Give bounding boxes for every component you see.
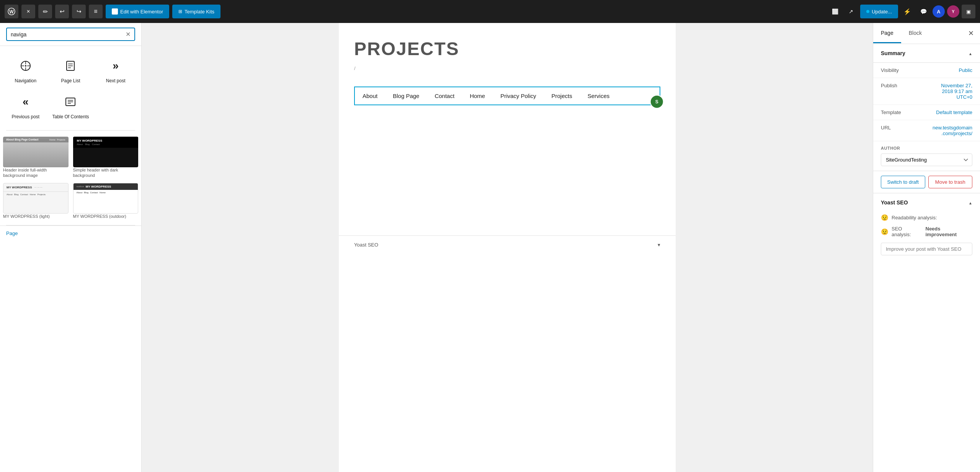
toc-icon [61,93,80,111]
publish-value[interactable]: November 27, 2018 9:17 am UTC+0 [941,83,972,100]
seo-analysis-row: 😟 SEO analysis: Needs improvement [873,224,980,240]
visibility-row: Visibility Public [873,63,980,78]
template-item-dark[interactable]: MY WORDPRESS About Blog Contact Simple h… [73,137,139,178]
visibility-value[interactable]: Public [959,67,972,73]
block-item-page-list[interactable]: Page List [48,52,93,88]
template-item-outdoor[interactable]: outdoor MY WORDPRESS AboutBlogContactHom… [73,183,139,219]
yoast-bottom-section[interactable]: Yoast SEO ▾ [339,235,676,254]
chat-icon[interactable]: 💬 [916,5,930,18]
right-sidebar-header: Page Block ✕ [873,23,980,44]
yoast-collapse-icon[interactable] [969,199,972,206]
yoast-avatar[interactable]: Y [947,5,959,18]
readability-label: Readability analysis: [892,215,937,220]
seo-status-value: Needs improvement [926,226,973,237]
external-link-icon[interactable]: ↗ [844,5,858,18]
close-sidebar-button[interactable]: ✕ [962,23,980,44]
nav-blog[interactable]: Blog Page [393,93,419,99]
tab-page[interactable]: Page [873,24,901,43]
search-input[interactable] [11,31,126,38]
block-item-previous-post[interactable]: « Previous post [3,88,48,124]
template-section: About Blog Page Contact HomeProjects Hea… [0,131,141,225]
top-toolbar: W ✕ ✏ ↩ ↪ ≡ Edit with Elementor ⊞ Templa… [0,0,980,23]
summary-collapse-icon[interactable] [969,50,972,56]
yoast-improve-input[interactable] [881,243,972,255]
page-title: PROJECTS [354,38,660,59]
bottom-nav-page[interactable]: Page [0,225,141,241]
nav-about[interactable]: About [363,93,377,99]
author-select[interactable]: SiteGroundTesting [881,154,972,166]
summary-title: Summary [881,50,905,56]
block-item-navigation[interactable]: Navigation [3,52,48,88]
template-item-light[interactable]: MY WORDPRESS — — — AboutBlogContactHomeP… [3,183,69,219]
nav-privacy[interactable]: Privacy Policy [500,93,536,99]
readability-status-icon: 😟 [881,214,889,221]
navigation-icon [16,57,35,75]
page-list-icon [61,57,80,75]
switch-to-draft-button[interactable]: Switch to draft [881,176,925,188]
search-input-wrap: ✕ [6,28,135,41]
details-button[interactable]: ≡ [89,5,103,18]
close-button[interactable]: ✕ [21,5,35,18]
template-preview-dark: MY WORDPRESS About Blog Contact [73,137,139,167]
nav-projects[interactable]: Projects [552,93,572,99]
yoast-seo-section: Yoast SEO 😟 Readability analysis: 😟 SEO … [873,193,980,258]
next-post-icon: » [106,57,125,75]
undo-button[interactable]: ↩ [55,5,69,18]
navigation-label: Navigation [15,78,36,83]
bolt-icon[interactable]: ⚡ [900,5,914,18]
wordpress-logo[interactable]: W [5,5,18,18]
template-item-fullwidth[interactable]: About Blog Page Contact HomeProjects Hea… [3,137,69,178]
block-grid: Navigation Page List » Next post [0,46,141,130]
publish-row: Publish November 27, 2018 9:17 am UTC+0 [873,78,980,105]
url-label: URL [881,125,891,131]
author-wrap: AUTHOR SiteGroundTesting [873,141,980,171]
search-clear-icon[interactable]: ✕ [126,31,131,38]
update-button[interactable]: Update... [860,5,898,18]
template-value[interactable]: Default template [936,109,972,115]
block-item-next-post[interactable]: » Next post [93,52,138,88]
tab-block[interactable]: Block [901,24,929,43]
edit-with-elementor-button[interactable]: Edit with Elementor [106,5,169,18]
search-bar: ✕ [0,23,141,46]
template-label-fullwidth: Header inside full-width background imag… [3,167,69,178]
main-area: ✕ Navigation [0,23,980,472]
url-row: URL new.testsgdomain.com/projects/ [873,120,980,141]
template-label-light: MY WORDPRESS (light) [3,214,69,219]
view-mode-icon[interactable]: ⬜ [828,5,842,18]
yoast-seo-title: Yoast SEO [881,199,908,206]
url-value[interactable]: new.testsgdomain.com/projects/ [933,125,972,136]
nav-services[interactable]: Services [588,93,610,99]
edit-pencil-button[interactable]: ✏ [38,5,52,18]
next-post-label: Next post [106,78,126,83]
publish-label: Publish [881,83,897,88]
move-to-trash-button[interactable]: Move to trash [928,176,973,188]
template-preview-light: MY WORDPRESS — — — AboutBlogContactHomeP… [3,183,69,214]
user-avatar-a[interactable]: A [933,5,945,18]
nav-contact[interactable]: Contact [434,93,454,99]
nav-editor-avatar: S [650,95,664,109]
yoast-label: Yoast SEO [354,242,378,248]
breadcrumb: / [354,65,660,71]
seo-status-icon: 😟 [881,228,889,235]
summary-section: Summary Visibility Public Publish Novemb… [873,44,980,141]
toolbar-right: ⬜ ↗ Update... ⚡ 💬 A Y ▣ [828,5,975,18]
template-row: Template Default template [873,105,980,120]
previous-post-icon: « [16,93,35,111]
navigation-block[interactable]: About Blog Page Contact Home Privacy Pol… [354,87,660,105]
nav-home[interactable]: Home [470,93,485,99]
page-canvas: PROJECTS / About Blog Page Contact Home … [339,23,676,472]
projects-section: PROJECTS / [339,23,676,87]
update-dot [866,10,869,13]
page-list-label: Page List [61,78,80,83]
redo-button[interactable]: ↪ [72,5,86,18]
svg-text:W: W [9,9,14,15]
template-label: Template [881,109,901,115]
author-section-label: AUTHOR [881,146,972,150]
block-item-toc[interactable]: Table Of Contents [48,88,93,124]
template-kits-button[interactable]: ⊞ Template Kits [172,5,220,18]
action-buttons: Switch to draft Move to trash [873,171,980,193]
visibility-label: Visibility [881,67,899,73]
template-label-outdoor: MY WORDPRESS (outdoor) [73,214,139,219]
sidebar-toggle-button[interactable]: ▣ [962,5,975,18]
left-sidebar: ✕ Navigation [0,23,142,472]
